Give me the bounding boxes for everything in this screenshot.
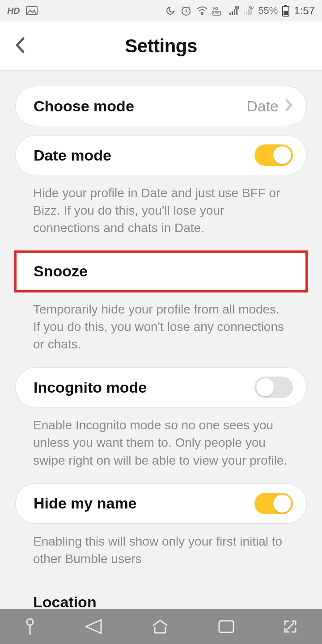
snooze-label: Snooze — [34, 263, 88, 280]
battery-icon — [282, 5, 289, 17]
page-title: Settings — [125, 35, 197, 57]
snooze-desc: Temporarily hide your profile from all m… — [15, 292, 307, 368]
svg-rect-8 — [234, 9, 235, 15]
incognito-label: Incognito mode — [34, 379, 147, 396]
wifi-icon — [196, 6, 208, 15]
clock: 1:57 — [294, 4, 315, 17]
assistant-icon[interactable] — [24, 618, 36, 636]
signal1-icon: 1 — [229, 6, 239, 15]
svg-rect-6 — [229, 13, 231, 15]
hide-name-desc: Enabling this will show only your first … — [15, 524, 307, 582]
choose-mode-row[interactable]: Choose mode Date — [15, 86, 307, 126]
back-nav-icon[interactable] — [83, 618, 103, 635]
hide-name-label: Hide my name — [34, 495, 137, 512]
svg-rect-15 — [250, 7, 252, 15]
expand-nav-icon[interactable] — [282, 619, 298, 635]
incognito-row: Incognito mode — [15, 367, 307, 407]
svg-rect-7 — [232, 11, 233, 15]
status-bar: HD VO L — [0, 0, 322, 21]
location-heading: Location — [15, 582, 307, 611]
date-mode-row: Date mode — [15, 135, 307, 175]
svg-rect-21 — [219, 621, 233, 632]
image-icon — [26, 6, 38, 15]
recent-nav-icon[interactable] — [217, 619, 235, 634]
header: Settings — [0, 21, 322, 71]
battery-percentage: 55% — [258, 5, 278, 17]
svg-rect-13 — [246, 11, 247, 15]
svg-text:LTE: LTE — [213, 12, 219, 15]
hide-name-row: Hide my name — [15, 483, 307, 524]
main-content: Choose mode Date Date mode Hide your pro… — [0, 71, 322, 611]
home-nav-icon[interactable] — [150, 619, 170, 635]
svg-point-2 — [202, 14, 203, 15]
incognito-desc: Enable Incognito mode so no one sees you… — [15, 407, 307, 483]
date-mode-toggle[interactable] — [254, 144, 293, 166]
svg-rect-12 — [244, 13, 245, 15]
choose-mode-value: Date — [246, 97, 279, 115]
dnd-icon — [165, 5, 176, 16]
date-mode-label: Date mode — [34, 147, 111, 164]
svg-rect-14 — [248, 9, 250, 15]
volte-icon: VO LTE — [212, 6, 225, 16]
signal2-icon — [244, 6, 254, 15]
svg-point-20 — [27, 619, 33, 625]
svg-text:VO: VO — [212, 6, 218, 11]
chevron-right-icon — [285, 98, 293, 114]
date-mode-desc: Hide your profile in Date and just use B… — [15, 175, 307, 251]
svg-text:1: 1 — [236, 6, 238, 9]
svg-rect-19 — [284, 11, 288, 15]
incognito-toggle[interactable] — [254, 377, 293, 398]
alarm-icon — [180, 5, 192, 17]
snooze-row[interactable]: Snooze — [15, 251, 307, 292]
system-nav-bar — [0, 609, 322, 644]
hd-indicator: HD — [7, 6, 20, 16]
hide-name-toggle[interactable] — [254, 493, 293, 514]
choose-mode-label: Choose mode — [34, 97, 134, 115]
back-button[interactable] — [14, 36, 27, 56]
